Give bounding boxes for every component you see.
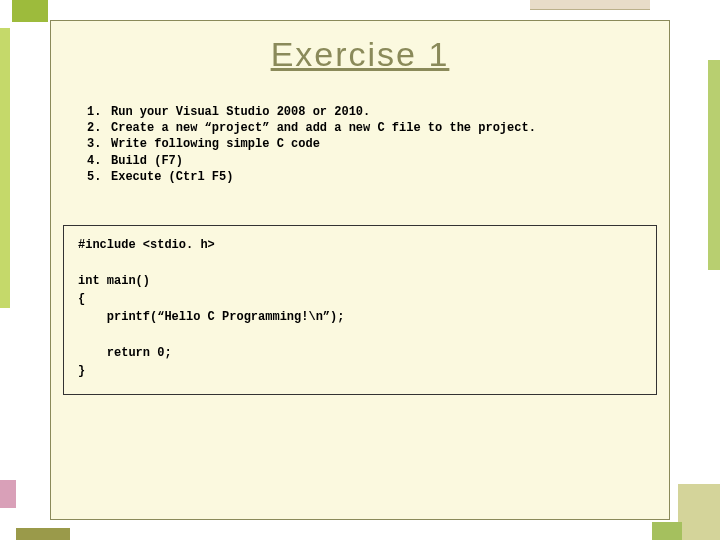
steps-list: 1. Run your Visual Studio 2008 or 2010. … — [87, 104, 669, 185]
list-item: 2. Create a new “project” and add a new … — [87, 120, 669, 136]
step-number: 5. — [87, 169, 111, 185]
decoration-bottom-olive — [16, 528, 70, 540]
decoration-right-green — [708, 60, 720, 270]
step-text: Create a new “project” and add a new C f… — [111, 120, 536, 136]
step-number: 2. — [87, 120, 111, 136]
decoration-block-a — [678, 484, 720, 540]
decoration-left-lime — [0, 28, 10, 308]
step-text: Write following simple C code — [111, 136, 320, 152]
list-item: 5. Execute (Ctrl F5) — [87, 169, 669, 185]
decoration-top-beige — [530, 0, 650, 10]
slide-title: Exercise 1 — [51, 21, 669, 74]
step-text: Execute (Ctrl F5) — [111, 169, 233, 185]
step-number: 1. — [87, 104, 111, 120]
step-text: Run your Visual Studio 2008 or 2010. — [111, 104, 370, 120]
decoration-top-green — [12, 0, 48, 22]
decoration-left-pink — [0, 480, 16, 508]
step-number: 4. — [87, 153, 111, 169]
decoration-block-b — [652, 522, 682, 540]
code-block: #include <stdio. h> int main() { printf(… — [63, 225, 657, 395]
step-number: 3. — [87, 136, 111, 152]
list-item: 1. Run your Visual Studio 2008 or 2010. — [87, 104, 669, 120]
slide-frame: Exercise 1 1. Run your Visual Studio 200… — [50, 20, 670, 520]
step-text: Build (F7) — [111, 153, 183, 169]
list-item: 3. Write following simple C code — [87, 136, 669, 152]
list-item: 4. Build (F7) — [87, 153, 669, 169]
